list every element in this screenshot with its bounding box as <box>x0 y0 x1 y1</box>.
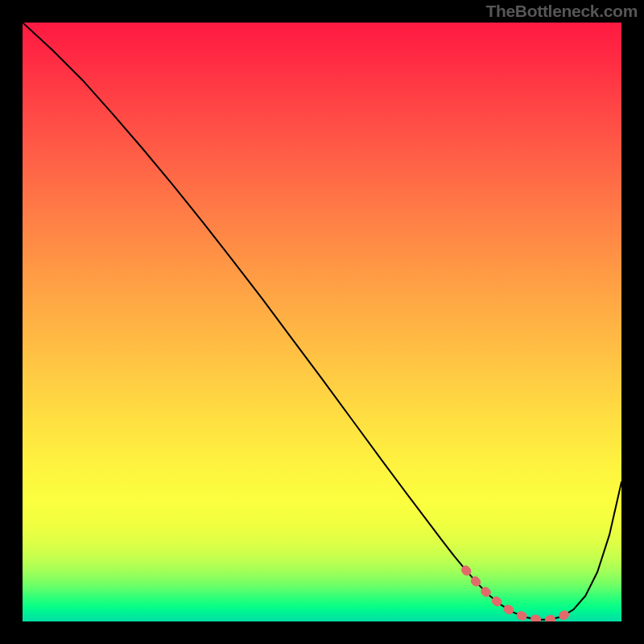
chart-container: TheBottleneck.com <box>0 0 644 644</box>
plot-area <box>23 23 621 621</box>
curve-layer <box>23 23 621 621</box>
bottleneck-highlight <box>466 570 574 620</box>
bottleneck-curve <box>23 23 621 620</box>
watermark-label: TheBottleneck.com <box>485 2 638 21</box>
